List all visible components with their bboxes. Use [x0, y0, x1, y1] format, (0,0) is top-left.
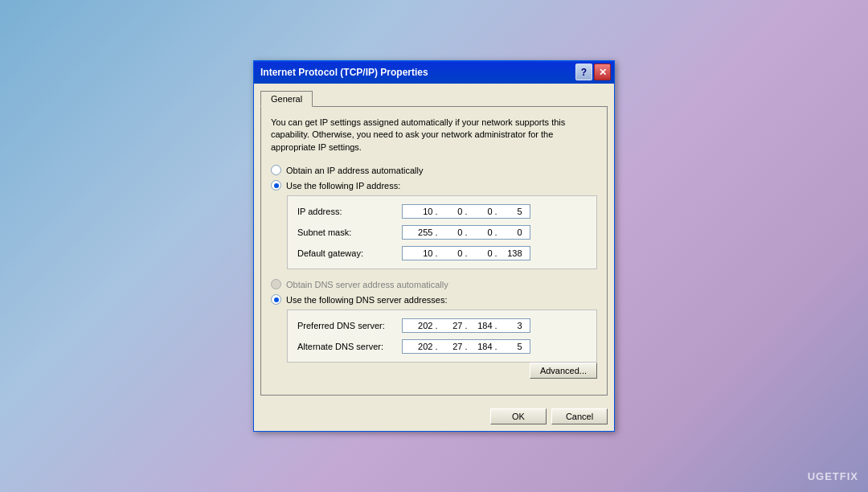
ip-o3[interactable] — [470, 207, 493, 216]
ip-dot-3: . — [495, 207, 497, 216]
alternate-dns-field[interactable]: . . . — [402, 339, 530, 354]
ip-o1[interactable] — [410, 207, 432, 216]
subnet-dot-3: . — [495, 228, 497, 237]
auto-ip-radio-row[interactable]: Obtain an IP address automatically — [271, 165, 597, 175]
content-area: You can get IP settings assigned automat… — [260, 106, 608, 396]
manual-ip-label: Use the following IP address: — [286, 181, 400, 191]
pdns-o1[interactable] — [410, 321, 432, 330]
auto-dns-radio-row[interactable]: Obtain DNS server address automatically — [271, 279, 597, 289]
subnet-mask-row: Subnet mask: . . . — [297, 225, 587, 240]
cancel-button[interactable]: Cancel — [551, 408, 608, 424]
advanced-btn-row: Advanced... — [271, 363, 597, 385]
manual-ip-radio-row[interactable]: Use the following IP address: — [271, 180, 597, 191]
ip-radio-group: Obtain an IP address automatically Use t… — [271, 165, 597, 191]
ip-dot-1: . — [435, 207, 437, 216]
adns-o3[interactable] — [470, 342, 493, 351]
adns-dot-1: . — [435, 342, 437, 351]
subnet-mask-label: Subnet mask: — [297, 228, 402, 237]
adns-o1[interactable] — [410, 342, 432, 351]
title-bar-buttons: ? ✕ — [575, 64, 611, 80]
pdns-o2[interactable] — [440, 321, 462, 330]
adns-o4[interactable] — [500, 342, 522, 351]
ok-button[interactable]: OK — [490, 408, 547, 424]
subnet-o3[interactable] — [470, 228, 493, 237]
preferred-dns-field[interactable]: . . . — [402, 318, 530, 333]
gateway-row: Default gateway: . . . — [297, 246, 587, 260]
watermark: UGETFIX — [808, 470, 858, 482]
manual-dns-radio-row[interactable]: Use the following DNS server addresses: — [271, 294, 597, 305]
pdns-dot-3: . — [495, 321, 497, 330]
auto-ip-label: Obtain an IP address automatically — [286, 166, 423, 175]
title-bar: Internet Protocol (TCP/IP) Properties ? … — [254, 61, 614, 84]
manual-ip-radio[interactable] — [271, 180, 281, 191]
subnet-o2[interactable] — [440, 228, 462, 237]
gw-o3[interactable] — [470, 248, 493, 258]
subnet-o1[interactable] — [410, 228, 432, 237]
help-button[interactable]: ? — [575, 64, 592, 80]
gw-o2[interactable] — [440, 248, 462, 258]
auto-dns-radio[interactable] — [271, 279, 281, 289]
preferred-dns-label: Preferred DNS server: — [297, 321, 402, 330]
ip-dot-2: . — [465, 207, 467, 216]
pdns-o4[interactable] — [500, 321, 522, 330]
adns-dot-3: . — [495, 342, 497, 351]
manual-dns-radio[interactable] — [271, 294, 281, 305]
auto-dns-label: Obtain DNS server address automatically — [286, 280, 448, 289]
window-title: Internet Protocol (TCP/IP) Properties — [260, 67, 428, 78]
ip-address-row: IP address: . . . — [297, 204, 587, 219]
dns-radio-group: Obtain DNS server address automatically … — [271, 279, 597, 305]
subnet-dot-2: . — [465, 228, 467, 237]
advanced-button[interactable]: Advanced... — [530, 363, 597, 379]
auto-ip-radio[interactable] — [271, 165, 281, 175]
adns-o2[interactable] — [440, 342, 462, 351]
alternate-dns-row: Alternate DNS server: . . . — [297, 339, 587, 354]
subnet-mask-field[interactable]: . . . — [402, 225, 530, 240]
ip-fields-section: IP address: . . . Subnet mask: . . — [287, 195, 597, 269]
pdns-dot-2: . — [465, 321, 467, 330]
adns-dot-2: . — [465, 342, 467, 351]
description-text: You can get IP settings assigned automat… — [271, 117, 597, 154]
ip-o4[interactable] — [500, 207, 522, 216]
ip-address-label: IP address: — [297, 207, 402, 216]
main-window: Internet Protocol (TCP/IP) Properties ? … — [253, 60, 615, 432]
gw-o4[interactable] — [500, 248, 522, 258]
alternate-dns-label: Alternate DNS server: — [297, 342, 402, 351]
ip-o2[interactable] — [440, 207, 462, 216]
gateway-field[interactable]: . . . — [402, 246, 530, 260]
manual-dns-label: Use the following DNS server addresses: — [286, 295, 448, 305]
pdns-o3[interactable] — [470, 321, 493, 330]
gw-dot-2: . — [465, 248, 467, 258]
gw-dot-1: . — [435, 248, 437, 258]
subnet-o4[interactable] — [500, 228, 522, 237]
dialog-buttons: OK Cancel — [254, 402, 614, 431]
subnet-dot-1: . — [435, 228, 437, 237]
ip-address-field[interactable]: . . . — [402, 204, 530, 219]
pdns-dot-1: . — [435, 321, 437, 330]
gw-dot-3: . — [495, 248, 497, 258]
gw-o1[interactable] — [410, 248, 432, 258]
dns-fields-section: Preferred DNS server: . . . Alternate DN… — [287, 310, 597, 363]
preferred-dns-row: Preferred DNS server: . . . — [297, 318, 587, 333]
gateway-label: Default gateway: — [297, 248, 402, 258]
tab-general[interactable]: General — [260, 91, 313, 107]
close-button[interactable]: ✕ — [594, 64, 611, 80]
tab-area: General — [254, 84, 614, 106]
